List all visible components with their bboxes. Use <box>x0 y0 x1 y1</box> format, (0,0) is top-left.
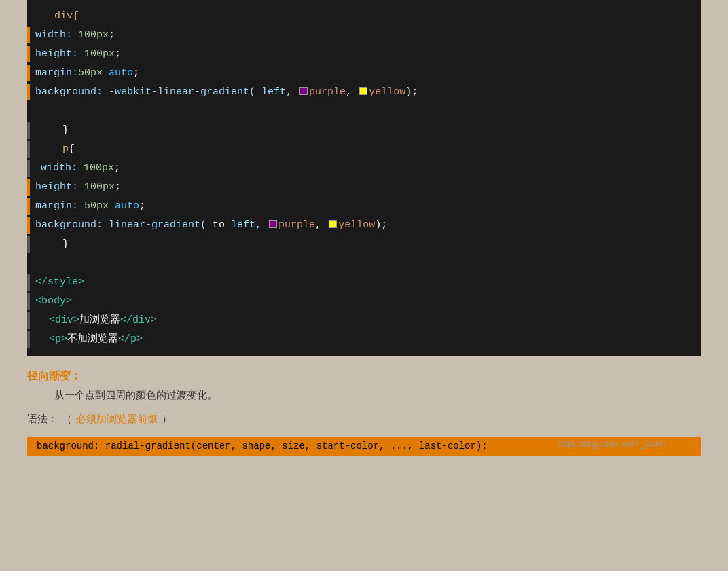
code-text: div{ <box>27 8 79 24</box>
line-indicator <box>27 122 30 139</box>
line-indicator <box>27 198 30 215</box>
code-text: p{ <box>35 141 75 158</box>
line-indicator <box>27 46 30 62</box>
code-text: <body> <box>35 293 72 310</box>
code-text: } <box>35 122 69 139</box>
code-line-11: margin: 50px auto; <box>27 197 701 216</box>
content-section: 径向渐变： 从一个点到四周的颜色的过渡变化。 语法： （必须加浏览器前缀） ba… <box>0 356 728 469</box>
code-line-10: height: 100px; <box>27 178 701 197</box>
code-text: background: -webkit-linear-gradient( lef… <box>35 84 418 100</box>
code-text: width: 100px; <box>35 27 115 43</box>
page-container: div{ width: 100px; height: 100px; margin… <box>0 0 728 571</box>
line-indicator <box>27 179 30 196</box>
line-indicator <box>27 312 30 329</box>
line-indicator <box>27 141 30 158</box>
line-indicator <box>27 27 30 43</box>
code-text: height: 100px; <box>35 179 121 196</box>
watermark: https://blog.csdn.net/Y_GSM# <box>559 439 667 449</box>
line-indicator <box>27 65 30 81</box>
yellow-swatch-2 <box>329 220 337 228</box>
code-line-12: background: linear-gradient( to left, pu… <box>27 216 701 235</box>
line-indicator <box>27 84 30 100</box>
code-text: margin:50px auto; <box>35 65 139 81</box>
code-line-13: } <box>27 235 701 254</box>
line-indicator <box>27 293 30 310</box>
code-line-4: margin:50px auto; <box>27 64 701 83</box>
line-indicator <box>27 160 30 177</box>
code-line-8: p{ <box>27 140 701 159</box>
code-text: </style> <box>35 274 84 291</box>
code-line-14 <box>27 254 701 273</box>
code-line-1: div{ <box>27 7 701 26</box>
code-line-6 <box>27 102 701 121</box>
code-text: } <box>35 236 69 253</box>
syntax-code-container: background: radial-gradient(center, shap… <box>27 437 701 456</box>
syntax-note-open: （ <box>62 413 72 426</box>
syntax-line: 语法： （必须加浏览器前缀） <box>27 413 701 426</box>
line-indicator <box>27 217 30 234</box>
code-text: <p>不加浏览器</p> <box>35 331 143 348</box>
code-line-18: <p>不加浏览器</p> <box>27 330 701 349</box>
code-text <box>27 103 33 119</box>
code-text: <div>加浏览器</div> <box>35 312 157 329</box>
code-line-3: height: 100px; <box>27 45 701 64</box>
section-title: 径向渐变： <box>27 369 701 384</box>
code-line-9: width: 100px; <box>27 159 701 178</box>
purple-swatch-2 <box>269 220 277 228</box>
code-text: background: linear-gradient( to left, pu… <box>35 217 387 234</box>
code-block: div{ width: 100px; height: 100px; margin… <box>27 0 701 356</box>
code-text <box>27 255 33 272</box>
line-indicator <box>27 331 30 348</box>
code-line-2: width: 100px; <box>27 26 701 45</box>
code-text: height: 100px; <box>35 46 121 62</box>
code-line-15: </style> <box>27 273 701 292</box>
syntax-required: 必须加浏览器前缀 <box>76 413 158 426</box>
syntax-label: 语法： <box>27 413 58 426</box>
purple-swatch <box>299 87 308 95</box>
line-indicator <box>27 236 30 253</box>
yellow-swatch <box>359 87 367 95</box>
code-text: width: 100px; <box>35 160 120 177</box>
code-line-16: <body> <box>27 292 701 311</box>
code-line-7: } <box>27 121 701 140</box>
code-line-5: background: -webkit-linear-gradient( lef… <box>27 83 701 102</box>
section-desc: 从一个点到四周的颜色的过渡变化。 <box>27 389 701 402</box>
line-indicator <box>27 274 30 291</box>
code-text: margin: 50px auto; <box>35 198 145 215</box>
code-line-17: <div>加浏览器</div> <box>27 311 701 330</box>
syntax-note-close: ） <box>162 413 172 426</box>
